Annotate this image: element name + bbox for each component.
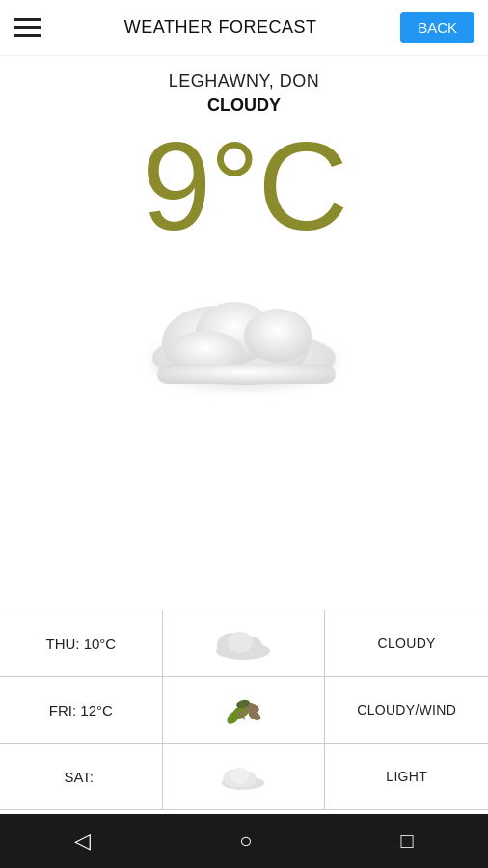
forecast-thu-label: THU: 10°C xyxy=(0,610,163,676)
thu-cloud-icon xyxy=(209,624,277,663)
app-title: WEATHER FORECAST xyxy=(124,17,317,38)
forecast-row-thu: THU: 10°C CLOUDY xyxy=(0,610,488,677)
svg-rect-6 xyxy=(157,365,336,384)
forecast-section: THU: 10°C CLOUDY FRI: 12°C xyxy=(0,610,488,810)
svg-point-10 xyxy=(228,632,253,653)
sat-cloud-icon xyxy=(214,757,272,796)
home-nav-icon[interactable]: ○ xyxy=(239,828,252,854)
bottom-nav: ◁ ○ □ xyxy=(0,814,488,868)
forecast-sat-label: SAT: xyxy=(0,744,163,809)
forecast-row-sat: SAT: LIGHT xyxy=(0,744,488,810)
recents-nav-icon[interactable]: □ xyxy=(401,828,414,854)
svg-point-4 xyxy=(244,309,312,363)
svg-point-21 xyxy=(231,768,250,784)
back-button[interactable]: BACK xyxy=(400,12,474,43)
weather-icon-area xyxy=(0,258,488,413)
forecast-fri-label: FRI: 12°C xyxy=(0,677,163,743)
forecast-thu-condition: CLOUDY xyxy=(325,610,488,676)
temperature-display: 9°C xyxy=(0,123,488,249)
cloud-icon xyxy=(138,273,350,398)
forecast-sat-condition: LIGHT xyxy=(325,744,488,809)
menu-button[interactable] xyxy=(14,18,41,37)
back-nav-icon[interactable]: ◁ xyxy=(74,828,91,854)
app-header: WEATHER FORECAST BACK xyxy=(0,0,488,56)
location-name: LEGHAWNY, DON xyxy=(0,71,488,92)
forecast-row-fri: FRI: 12°C CLOUDY/WIND xyxy=(0,677,488,744)
forecast-fri-condition: CLOUDY/WIND xyxy=(325,677,488,743)
forecast-fri-icon xyxy=(163,677,326,743)
current-condition: CLOUDY xyxy=(0,95,488,116)
fri-wind-icon xyxy=(214,691,272,729)
forecast-sat-icon xyxy=(163,744,326,809)
location-section: LEGHAWNY, DON CLOUDY xyxy=(0,71,488,116)
forecast-thu-icon xyxy=(163,610,326,676)
temperature-value: 9°C xyxy=(142,116,346,257)
